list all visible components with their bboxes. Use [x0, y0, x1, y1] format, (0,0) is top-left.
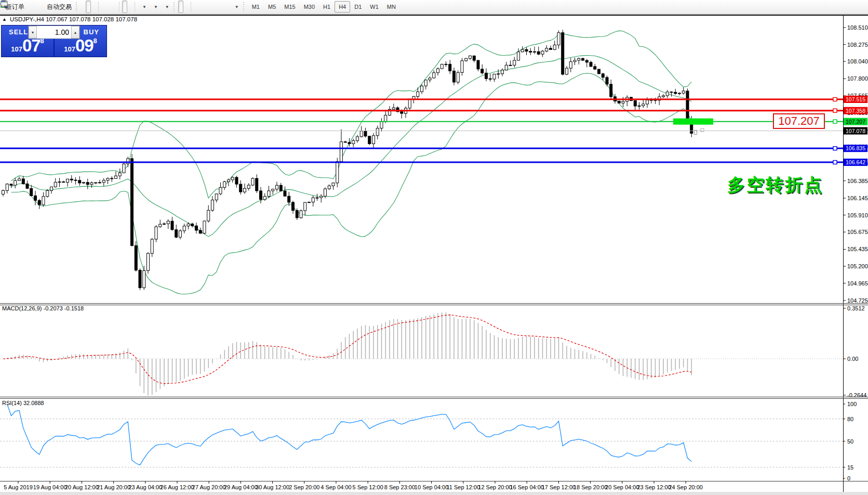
volume-increase-button[interactable]: ▲ — [71, 26, 79, 38]
volume-control: ▼ ▲ — [28, 25, 80, 39]
svg-text:5 Aug 2019: 5 Aug 2019 — [4, 484, 33, 490]
svg-text:23 Aug 04:00: 23 Aug 04:00 — [128, 484, 162, 490]
signals-button[interactable] — [37, 1, 43, 13]
volume-decrease-button[interactable]: ▼ — [29, 26, 37, 38]
candles — [2, 30, 704, 290]
templates-button[interactable]: ▼ — [161, 1, 172, 13]
svg-text:50: 50 — [847, 438, 853, 445]
horizontal-lines[interactable]: 107.515107.358107.207107.078106.835106.6… — [0, 96, 867, 166]
bottom-strip — [0, 492, 868, 495]
chart-shift-button[interactable] — [127, 1, 132, 13]
svg-text:107.515: 107.515 — [846, 96, 865, 102]
volume-input[interactable] — [37, 26, 71, 38]
svg-text:19 Aug 04:00: 19 Aug 04:00 — [33, 484, 67, 490]
tf-M1-button[interactable]: M1 — [248, 1, 264, 12]
svg-text:23 Sep 12:00: 23 Sep 12:00 — [637, 484, 671, 490]
line-anchor-marker — [833, 98, 837, 101]
equidistant-channel-button[interactable]: E — [209, 1, 215, 13]
sell-price-prefix: 107 — [11, 45, 22, 53]
symbol-ohlc-text: USDJPY-,H4 107.067 107.078 107.028 107.0… — [10, 16, 137, 22]
virtual-hosting-button[interactable] — [32, 1, 37, 13]
toolbar-separator — [243, 2, 246, 11]
rsi-indicator — [0, 404, 843, 467]
tf-M15-button[interactable]: M15 — [280, 1, 299, 12]
line-anchor-marker — [833, 120, 837, 123]
dropdown-caret-icon[interactable]: ▼ — [142, 5, 146, 9]
svg-text:106.385: 106.385 — [847, 178, 868, 184]
crosshair-button[interactable] — [183, 1, 189, 13]
svg-text:8 Sep 23:00: 8 Sep 23:00 — [384, 484, 415, 490]
svg-text:-0.2644: -0.2644 — [847, 392, 866, 398]
tf-W1-button[interactable]: W1 — [366, 1, 383, 12]
svg-text:107.800: 107.800 — [847, 75, 868, 82]
svg-text:106.145: 106.145 — [847, 195, 868, 201]
autotrading-button[interactable]: 自动交易 — [43, 1, 74, 13]
rsi-pane-title: RSI(14) 32.0888 — [2, 400, 44, 406]
tf-D1-button[interactable]: D1 — [350, 1, 366, 12]
chart-window[interactable]: 108.510108.275108.040107.800107.565107.3… — [0, 14, 868, 495]
fibonacci-button[interactable]: F — [215, 1, 220, 13]
dropdown-caret-icon[interactable]: ▼ — [165, 5, 169, 9]
vertical-line-button[interactable] — [194, 1, 199, 13]
rsi-line — [7, 404, 692, 465]
sell-label: SELL — [9, 28, 28, 36]
zoom-in-button[interactable] — [101, 1, 106, 13]
bar-chart-button[interactable] — [81, 1, 86, 13]
hline-highlight-segment — [673, 119, 713, 125]
svg-text:105.675: 105.675 — [847, 229, 868, 235]
line-anchor-marker — [833, 161, 837, 164]
chart-annotation-text[interactable]: 多空转折点 — [727, 173, 823, 197]
toolbar-separator — [119, 2, 120, 11]
svg-text:108.275: 108.275 — [847, 42, 868, 48]
tile-windows-button[interactable] — [112, 1, 117, 13]
svg-text:0: 0 — [847, 475, 850, 481]
svg-text:107.358: 107.358 — [846, 108, 865, 114]
svg-text:11 Sep 12:00: 11 Sep 12:00 — [446, 484, 480, 490]
cursor-button[interactable] — [178, 1, 183, 13]
svg-text:108.510: 108.510 — [847, 24, 868, 31]
arrows-button[interactable]: ▼ — [230, 1, 242, 13]
macd-indicator — [0, 312, 843, 396]
macd-pane-title: MACD(12,26,9) -0.2073 -0.1518 — [2, 305, 84, 311]
line-chart-button[interactable] — [91, 1, 96, 13]
tf-H4-button[interactable]: H4 — [335, 1, 350, 12]
tf-MN-button[interactable]: MN — [383, 1, 400, 12]
zoom-out-button[interactable] — [106, 1, 112, 13]
chart-canvas[interactable]: 108.510108.275108.040107.800107.565107.3… — [0, 14, 868, 495]
svg-text:29 Aug 04:00: 29 Aug 04:00 — [224, 484, 258, 490]
toolbar-separator — [76, 2, 79, 11]
svg-text:107.207: 107.207 — [846, 119, 865, 125]
trendline-button[interactable] — [204, 1, 209, 13]
gold-badge-icon-button[interactable] — [27, 1, 32, 13]
dropdown-caret-icon[interactable]: ▼ — [154, 5, 158, 9]
periods-button[interactable]: ▼ — [149, 1, 161, 13]
svg-text:17 Sep 12:00: 17 Sep 12:00 — [542, 484, 576, 490]
main-toolbar: 新订单自动交易▼▼▼EFAT▼M1M5M15M30H1H4D1W1MN — [0, 0, 868, 14]
dropdown-caret-icon[interactable]: ▼ — [235, 5, 239, 9]
tf-M5-button[interactable]: M5 — [264, 1, 280, 12]
time-axis: 5 Aug 201919 Aug 04:0020 Aug 12:0021 Aug… — [4, 481, 703, 490]
macd-signal-line — [3, 315, 691, 384]
svg-text:27 Aug 20:00: 27 Aug 20:00 — [192, 484, 226, 490]
collapse-panel-icon[interactable]: ▲ — [2, 17, 7, 22]
auto-scroll-button[interactable] — [122, 1, 127, 13]
svg-text:24 Sep 20:00: 24 Sep 20:00 — [669, 484, 702, 490]
svg-text:105.435: 105.435 — [847, 246, 868, 252]
svg-text:105.200: 105.200 — [847, 263, 868, 269]
tf-M30-button[interactable]: M30 — [300, 1, 319, 12]
candlestick-chart-button[interactable] — [86, 1, 91, 13]
indicators-button[interactable]: ▼ — [138, 1, 149, 13]
svg-text:104.725: 104.725 — [847, 297, 868, 304]
svg-text:106.835: 106.835 — [846, 145, 865, 151]
text-label-button[interactable]: T — [225, 1, 230, 13]
svg-text:0.00: 0.00 — [847, 356, 858, 362]
svg-text:10 Sep 04:00: 10 Sep 04:00 — [415, 484, 448, 490]
tf-H1-button[interactable]: H1 — [319, 1, 335, 12]
text-button[interactable]: A — [220, 1, 225, 13]
price-callout-box[interactable]: 107.207 — [773, 113, 825, 129]
svg-text:108.040: 108.040 — [847, 58, 868, 64]
svg-text:30 Aug 12:00: 30 Aug 12:00 — [256, 484, 289, 490]
svg-text:15: 15 — [847, 464, 853, 471]
svg-text:107.078: 107.078 — [846, 128, 865, 134]
horizontal-line-button[interactable] — [199, 1, 204, 13]
